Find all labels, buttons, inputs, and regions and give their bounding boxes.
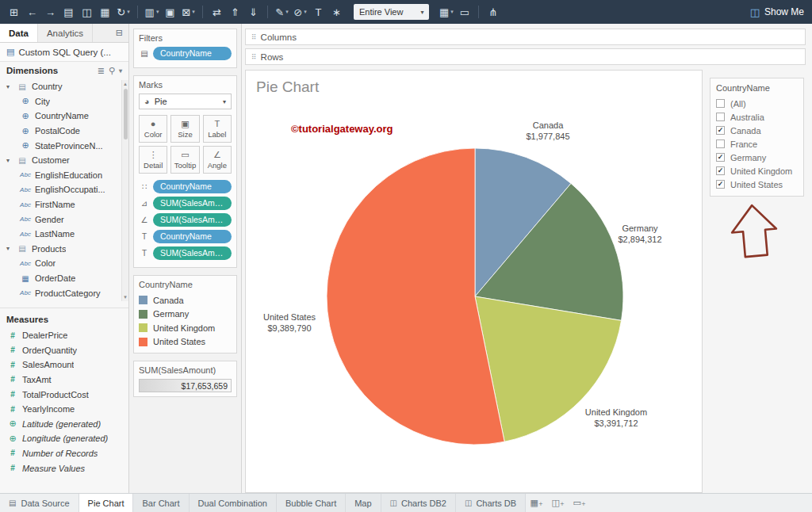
- tableau-logo-button[interactable]: ⊞: [5, 3, 23, 21]
- measure-number-of-records[interactable]: #Number of Records: [0, 446, 128, 461]
- search-icon[interactable]: ⚲: [109, 66, 115, 76]
- fix-axes-button[interactable]: ∗: [327, 3, 346, 21]
- clear-sheet-button[interactable]: ⊠▾: [179, 3, 197, 21]
- label-button[interactable]: TLabel: [203, 115, 232, 143]
- dimension-stateprovincen[interactable]: ⊕StateProvinceN...: [0, 138, 128, 153]
- detail-button[interactable]: ⋮Detail: [139, 146, 167, 174]
- pill-countryname-filter[interactable]: CountryName: [153, 47, 232, 60]
- sum-gradient-bar[interactable]: $17,653,659: [139, 379, 232, 392]
- highlight-button[interactable]: ✎▾: [273, 3, 291, 21]
- new-worksheet-tab-button[interactable]: ▦₊: [526, 494, 547, 512]
- color-button[interactable]: ●Color: [139, 115, 167, 143]
- dimension-customer[interactable]: ▾▤Customer: [0, 153, 128, 168]
- filter-item-united-states[interactable]: ✓United States: [716, 178, 798, 191]
- undo-button[interactable]: ←: [23, 3, 41, 21]
- unchecked-checkbox[interactable]: [716, 113, 725, 121]
- sheet-tab-map[interactable]: Map: [346, 494, 381, 512]
- dimension-lastname[interactable]: AbcLastName: [0, 227, 128, 242]
- filter-item-canada[interactable]: ✓Canada: [716, 124, 798, 137]
- fit-dropdown[interactable]: Entire View ▾: [354, 4, 429, 20]
- filter-item-germany[interactable]: ✓Germany: [716, 151, 798, 164]
- refresh-data-button[interactable]: ↻▾: [114, 3, 132, 21]
- sheet-tab-pie-chart[interactable]: Pie Chart: [79, 494, 134, 512]
- dimension-productcategory[interactable]: AbcProductCategory: [0, 285, 128, 300]
- dimension-englisheducation[interactable]: AbcEnglishEducation: [0, 168, 128, 183]
- mark-type-dropdown[interactable]: ◕ Pie ▾: [139, 94, 232, 109]
- new-view-button[interactable]: ▥▾: [143, 3, 161, 21]
- filter-item-united-kingdom[interactable]: ✓United Kingdom: [716, 164, 798, 178]
- new-dashboard-tab-button[interactable]: ◫₊: [547, 494, 569, 512]
- add-data-button[interactable]: ◫: [78, 3, 96, 21]
- filter-item-france[interactable]: France: [716, 137, 798, 151]
- scroll-up-icon[interactable]: ▴: [124, 81, 127, 87]
- new-worksheet-button[interactable]: ▦: [96, 3, 114, 21]
- tab-data-source[interactable]: ▤ Data Source: [0, 494, 79, 512]
- legend-item-united-kingdom[interactable]: United Kingdom: [139, 321, 232, 335]
- swap-axes-button[interactable]: ⇄: [208, 3, 226, 21]
- view-as-icon[interactable]: ≣: [98, 66, 105, 76]
- checked-checkbox[interactable]: ✓: [716, 153, 725, 162]
- measure-yearlyincome[interactable]: #YearlyIncome: [0, 402, 128, 417]
- sheet-tab-bubble-chart[interactable]: Bubble Chart: [277, 494, 346, 512]
- measure-taxamt[interactable]: #TaxAmt: [0, 373, 128, 388]
- scroll-down-icon[interactable]: ▾: [124, 294, 127, 300]
- dimension-products[interactable]: ▾▤Products: [0, 242, 128, 257]
- sheet-tab-charts-db2[interactable]: ◫Charts DB2: [381, 494, 456, 512]
- legend-item-germany[interactable]: Germany: [139, 308, 232, 322]
- sheet-tab-dual-combination[interactable]: Dual Combination: [190, 494, 277, 512]
- redo-button[interactable]: →: [41, 3, 59, 21]
- show-me-button[interactable]: ◫ Show Me: [750, 6, 804, 18]
- duplicate-sheet-button[interactable]: ▣: [161, 3, 179, 21]
- measure-totalproductcost[interactable]: #TotalProductCost: [0, 387, 128, 402]
- dimension-orderdate[interactable]: ▦OrderDate: [0, 271, 128, 286]
- datasource-item[interactable]: ▤ Custom SQL Query (...: [0, 43, 128, 62]
- measure-measure-values[interactable]: #Measure Values: [0, 460, 128, 476]
- pill-sum-salesamount[interactable]: SUM(SalesAmount): [153, 246, 232, 260]
- tab-data[interactable]: Data: [0, 24, 38, 42]
- dimension-postalcode[interactable]: ⊕PostalCode: [0, 124, 128, 139]
- measure-orderquantity[interactable]: #OrderQuantity: [0, 343, 128, 358]
- rows-shelf[interactable]: ⠿ Rows: [245, 48, 806, 65]
- show-mark-labels-button[interactable]: T: [309, 3, 327, 21]
- measure-dealerprice[interactable]: #DealerPrice: [0, 328, 128, 343]
- measure-latitude-generated[interactable]: ⊕Latitude (generated): [0, 416, 128, 431]
- sheet-tab-charts-db[interactable]: ◫Charts DB: [456, 494, 526, 512]
- legend-item-canada[interactable]: Canada: [139, 293, 232, 308]
- chevron-down-icon[interactable]: ▾: [119, 67, 122, 75]
- dimension-gender[interactable]: AbcGender: [0, 212, 128, 227]
- filter-item-australia[interactable]: Australia: [716, 110, 798, 124]
- checked-checkbox[interactable]: ✓: [716, 166, 725, 175]
- size-button[interactable]: ▣Size: [170, 115, 199, 143]
- save-button[interactable]: ▤: [59, 3, 78, 21]
- sort-descending-button[interactable]: ⇓: [244, 3, 262, 21]
- dimension-firstname[interactable]: AbcFirstName: [0, 197, 128, 212]
- checked-checkbox[interactable]: ✓: [716, 126, 725, 135]
- sort-ascending-button[interactable]: ⇑: [226, 3, 244, 21]
- pill-countryname[interactable]: CountryName: [153, 230, 232, 243]
- pill-sum-salesamount[interactable]: SUM(SalesAmount): [153, 197, 232, 210]
- group-members-button[interactable]: ⊘▾: [291, 3, 309, 21]
- presentation-mode-button[interactable]: ▭: [455, 3, 473, 21]
- scrollbar-thumb[interactable]: [124, 89, 128, 139]
- dimension-englishoccupati[interactable]: AbcEnglishOccupati...: [0, 182, 128, 197]
- checked-checkbox[interactable]: ✓: [716, 180, 725, 189]
- show-hide-cards-button[interactable]: ▦▾: [437, 3, 455, 21]
- sheet-tab-bar-chart[interactable]: Bar Chart: [133, 494, 189, 512]
- pill-countryname[interactable]: CountryName: [153, 180, 232, 193]
- share-button[interactable]: ⋔: [484, 3, 502, 21]
- angle-button[interactable]: ∠Angle: [203, 146, 232, 174]
- dimension-color[interactable]: AbcColor: [0, 256, 128, 271]
- columns-shelf[interactable]: ⠿ Columns: [245, 29, 806, 45]
- pill-sum-salesamount[interactable]: SUM(SalesAmount): [153, 213, 232, 227]
- measure-longitude-generated[interactable]: ⊕Longitude (generated): [0, 431, 128, 446]
- unchecked-checkbox[interactable]: [716, 139, 725, 148]
- measure-salesamount[interactable]: #SalesAmount: [0, 357, 128, 373]
- dimension-country[interactable]: ▾▤Country: [0, 79, 128, 94]
- unchecked-checkbox[interactable]: [716, 99, 725, 108]
- tooltip-button[interactable]: ▭Tooltip: [170, 146, 199, 174]
- pane-toggle-icon[interactable]: ⊟: [110, 24, 128, 42]
- dimension-countryname[interactable]: ⊕CountryName: [0, 109, 128, 124]
- dimensions-scrollbar[interactable]: ▴ ▾: [121, 80, 128, 301]
- new-story-tab-button[interactable]: ▭₊: [569, 494, 590, 512]
- legend-item-united-states[interactable]: United States: [139, 335, 232, 350]
